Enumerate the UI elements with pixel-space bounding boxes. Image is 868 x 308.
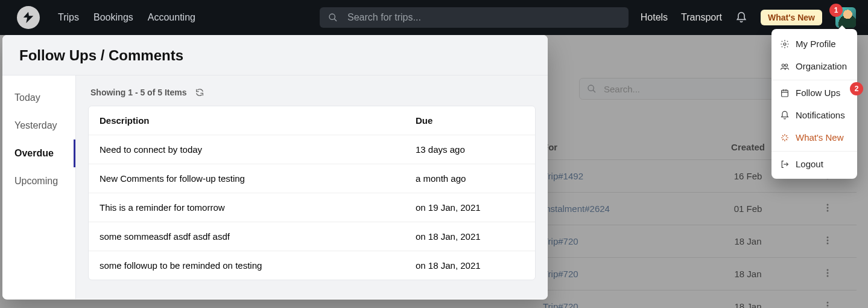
calendar-icon bbox=[780, 88, 790, 98]
search-icon bbox=[328, 13, 338, 22]
refresh-icon[interactable] bbox=[195, 88, 204, 97]
table-row[interactable]: New Comments for follow-up testing a mon… bbox=[89, 164, 535, 193]
due-cell: on 18 Jan, 2021 bbox=[416, 260, 524, 271]
svg-rect-22 bbox=[782, 90, 788, 97]
due-cell: 13 days ago bbox=[416, 144, 524, 155]
col-description: Description bbox=[100, 115, 416, 126]
nav-accounting[interactable]: Accounting bbox=[148, 12, 195, 23]
due-cell: a month ago bbox=[416, 173, 524, 184]
panel-title: Follow Ups / Comments bbox=[19, 47, 531, 64]
nav-trips[interactable]: Trips bbox=[58, 12, 79, 23]
nav-transport[interactable]: Transport bbox=[681, 12, 722, 23]
bell-icon bbox=[780, 111, 790, 120]
global-search-input[interactable] bbox=[346, 11, 620, 24]
menu-label: My Profile bbox=[796, 39, 836, 49]
menu-label: Organization bbox=[796, 61, 847, 71]
tab-today[interactable]: Today bbox=[2, 84, 75, 112]
followups-table: Description Due Need to connect by today… bbox=[88, 106, 536, 280]
showing-label: Showing 1 - 5 of 5 Items bbox=[90, 88, 186, 97]
due-cell: on 19 Jan, 2021 bbox=[416, 202, 524, 213]
menu-label: Logout bbox=[796, 159, 823, 169]
svg-point-21 bbox=[785, 64, 788, 66]
bell-icon[interactable] bbox=[735, 11, 747, 24]
table-row[interactable]: This is a reminder for tomorrow on 19 Ja… bbox=[89, 193, 535, 222]
desc-cell: some sommeasdf asdf asdf asdf bbox=[100, 231, 416, 242]
menu-whats-new[interactable]: What's New bbox=[771, 126, 857, 149]
col-due: Due bbox=[416, 115, 524, 126]
whats-new-button[interactable]: What's New bbox=[761, 10, 822, 25]
menu-my-profile[interactable]: My Profile bbox=[771, 33, 857, 55]
desc-cell: some followup to be reminded on testing bbox=[100, 260, 416, 271]
followups-tabs: Today Yesterday Overdue Upcoming bbox=[2, 75, 76, 299]
tab-yesterday[interactable]: Yesterday bbox=[2, 112, 75, 140]
global-search[interactable] bbox=[320, 7, 629, 28]
top-nav: Trips Bookings Accounting Hotels Transpo… bbox=[0, 0, 868, 35]
users-icon bbox=[780, 62, 790, 71]
logout-icon bbox=[780, 159, 790, 169]
menu-organization[interactable]: Organization bbox=[771, 55, 857, 77]
table-row[interactable]: Need to connect by today 13 days ago bbox=[89, 135, 535, 164]
svg-line-1 bbox=[334, 19, 337, 21]
svg-point-0 bbox=[329, 14, 335, 19]
due-cell: on 18 Jan, 2021 bbox=[416, 231, 524, 242]
menu-notifications[interactable]: Notifications bbox=[771, 104, 857, 126]
menu-label: Notifications bbox=[796, 110, 845, 120]
avatar-badge: 1 bbox=[829, 4, 843, 17]
desc-cell: This is a reminder for tomorrow bbox=[100, 202, 416, 213]
menu-logout[interactable]: Logout bbox=[771, 151, 857, 175]
user-menu: My Profile Organization Follow Ups 2 Not… bbox=[771, 29, 857, 179]
followups-panel: Follow Ups / Comments Today Yesterday Ov… bbox=[2, 35, 548, 300]
desc-cell: Need to connect by today bbox=[100, 144, 416, 155]
follow-ups-badge: 2 bbox=[850, 82, 863, 95]
tab-overdue[interactable]: Overdue bbox=[2, 140, 75, 167]
svg-point-20 bbox=[782, 64, 784, 66]
menu-label: Follow Ups bbox=[796, 88, 840, 98]
menu-label: What's New bbox=[796, 132, 844, 143]
gear-icon bbox=[780, 39, 790, 49]
nav-bookings[interactable]: Bookings bbox=[93, 12, 133, 23]
svg-point-19 bbox=[784, 43, 786, 45]
app-logo[interactable] bbox=[17, 6, 40, 29]
nav-hotels[interactable]: Hotels bbox=[641, 12, 668, 23]
table-row[interactable]: some sommeasdf asdf asdf asdf on 18 Jan,… bbox=[89, 222, 535, 251]
menu-follow-ups[interactable]: Follow Ups 2 bbox=[771, 80, 857, 104]
avatar-wrap: 1 bbox=[835, 7, 856, 28]
tab-upcoming[interactable]: Upcoming bbox=[2, 167, 75, 195]
desc-cell: New Comments for follow-up testing bbox=[100, 173, 416, 184]
table-row[interactable]: some followup to be reminded on testing … bbox=[89, 251, 535, 280]
sparkle-icon bbox=[780, 133, 790, 143]
